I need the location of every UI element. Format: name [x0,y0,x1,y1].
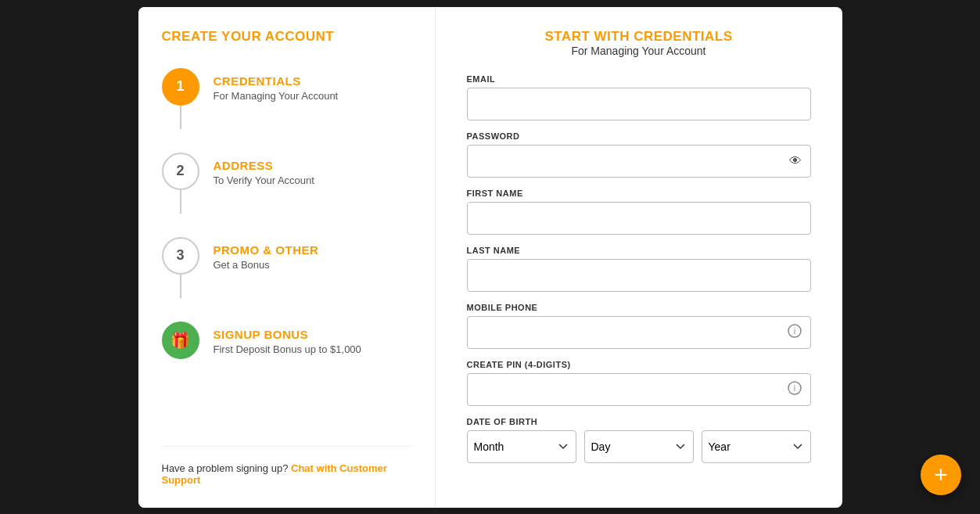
input-wrapper-last_name [467,259,811,292]
dob-year-select[interactable]: Year202620252024202320222021202020192018… [702,430,811,463]
dob-group: DATE OF BIRTH MonthJanuaryFebruaryMarchA… [467,417,811,463]
step-sub-credentials: For Managing Your Account [214,90,339,102]
step-connector [180,106,181,129]
step-connector [180,275,181,298]
step-line-container: 3 [162,237,199,298]
step-line-container: 🎁 [162,322,199,359]
form-fields: EMAILPASSWORD👁FIRST NAMELAST NAMEMOBILE … [467,74,811,406]
step-sub-address: To Verify Your Account [214,174,314,186]
input-wrapper-first_name [467,202,811,235]
step-line-container: 2 [162,153,199,214]
right-panel: START WITH CREDENTIALS For Managing Your… [436,7,842,508]
create-account-modal: CREATE YOUR ACCOUNT 1CREDENTIALSFor Mana… [138,7,842,508]
input-password[interactable] [467,145,811,178]
dob-row: MonthJanuaryFebruaryMarchAprilMayJuneJul… [467,430,811,463]
info-icon: i [788,381,802,398]
info-icon: i [788,324,802,341]
bottom-help: Have a problem signing up? Chat with Cus… [162,446,411,486]
step-circle-credentials: 1 [162,68,199,106]
form-group-email: EMAIL [467,74,811,120]
eye-icon[interactable]: 👁 [789,154,802,168]
svg-text:i: i [793,383,795,393]
step-sub-bonus: First Deposit Bonus up to $1,000 [214,343,361,355]
fab-button[interactable]: + [921,455,961,495]
step-sub-promo: Get a Bonus [214,259,319,271]
dob-label: DATE OF BIRTH [467,417,811,426]
dob-day-select[interactable]: Day1234567891011121314151617181920212223… [584,430,694,463]
dob-month-select[interactable]: MonthJanuaryFebruaryMarchAprilMayJuneJul… [467,430,576,463]
step-item-credentials: 1CREDENTIALSFor Managing Your Account [162,68,411,153]
label-first_name: FIRST NAME [467,189,811,198]
input-wrapper-mobile_phone: i [467,316,811,349]
right-subtitle: For Managing Your Account [467,45,811,57]
step-item-bonus: 🎁SIGNUP BONUSFirst Deposit Bonus up to $… [162,322,411,359]
label-email: EMAIL [467,74,811,84]
create-account-title: CREATE YOUR ACCOUNT [162,29,411,45]
svg-text:i: i [793,326,795,336]
step-item-address: 2ADDRESSTo Verify Your Account [162,153,411,237]
step-content-address: ADDRESSTo Verify Your Account [214,153,314,186]
input-email[interactable] [467,88,811,120]
step-content-credentials: CREDENTIALSFor Managing Your Account [214,68,339,102]
step-connector [180,190,181,214]
input-wrapper-email [467,88,811,120]
input-pin[interactable] [467,373,811,406]
form-group-first_name: FIRST NAME [467,189,811,235]
step-circle-bonus: 🎁 [162,322,199,359]
input-wrapper-password: 👁 [467,145,811,178]
step-heading-address: ADDRESS [214,159,314,172]
step-circle-address: 2 [162,153,199,190]
right-title: START WITH CREDENTIALS [467,29,811,45]
step-line-container: 1 [162,68,199,129]
step-content-promo: PROMO & OTHERGet a Bonus [214,237,319,271]
form-group-pin: CREATE PIN (4-DIGITS)i [467,360,811,406]
help-text: Have a problem signing up? [162,462,289,474]
label-last_name: LAST NAME [467,246,811,255]
form-group-password: PASSWORD👁 [467,131,811,178]
label-mobile_phone: MOBILE PHONE [467,303,811,312]
input-last_name[interactable] [467,259,811,292]
steps-list: 1CREDENTIALSFor Managing Your Account2AD… [162,68,411,359]
step-circle-promo: 3 [162,237,199,275]
form-group-last_name: LAST NAME [467,246,811,292]
input-mobile_phone[interactable] [467,316,811,349]
form-group-mobile_phone: MOBILE PHONEi [467,303,811,349]
step-content-bonus: SIGNUP BONUSFirst Deposit Bonus up to $1… [214,322,361,355]
step-heading-bonus: SIGNUP BONUS [214,328,361,341]
input-first_name[interactable] [467,202,811,235]
step-item-promo: 3PROMO & OTHERGet a Bonus [162,237,411,322]
label-pin: CREATE PIN (4-DIGITS) [467,360,811,369]
input-wrapper-pin: i [467,373,811,406]
left-panel: CREATE YOUR ACCOUNT 1CREDENTIALSFor Mana… [138,7,436,508]
step-heading-credentials: CREDENTIALS [214,74,339,88]
step-heading-promo: PROMO & OTHER [214,243,319,257]
label-password: PASSWORD [467,131,811,141]
